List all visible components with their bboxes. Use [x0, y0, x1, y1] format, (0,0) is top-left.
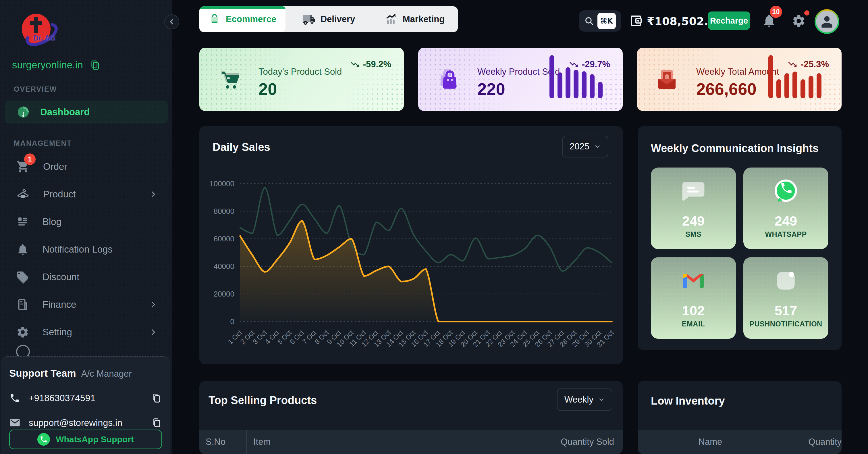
keyboard-shortcut: ⌘K [597, 13, 616, 29]
chevron-left-icon [168, 18, 176, 26]
support-panel: Support Team A/c Manager +918630374591 s… [1, 356, 170, 454]
gmail-icon [680, 268, 707, 294]
chevron-down-icon [598, 396, 605, 403]
wallet-icon [629, 14, 643, 28]
svg-text:20000: 20000 [214, 290, 235, 298]
sidebar-item-product[interactable]: Product [0, 180, 172, 208]
stat-card-weekly-product-sold: Weekly Product Sold 220 -29.7% [418, 48, 623, 111]
stat-title: Weekly Total Amount [696, 67, 779, 77]
trend-down-icon [350, 59, 360, 69]
stat-card-todays-product-sold: Today's Product Sold 20 -59.2% [199, 48, 404, 111]
sms-icon [680, 178, 707, 204]
finance-icon [16, 298, 29, 311]
sidebar: Dr. AG surgeryonline.in OVERVIEW Dashboa… [0, 0, 172, 454]
user-avatar[interactable] [814, 9, 839, 34]
whatsapp-support-label: WhatsApp Support [56, 434, 134, 444]
section-label-overview: OVERVIEW [14, 85, 57, 93]
stat-value: 220 [477, 79, 505, 98]
tab-ecommerce[interactable]: Ecommerce [199, 6, 285, 32]
notifications-button[interactable]: 10 [762, 13, 777, 28]
section-label-management: MANAGEMENT [14, 139, 72, 147]
support-subtitle: A/c Manager [81, 369, 132, 379]
sidebar-item-label: Finance [42, 299, 76, 310]
range-select-value: Weekly [564, 395, 593, 405]
sidebar-menu: 1 Order Product Blog Notification Logs D… [0, 153, 172, 346]
sidebar-item-setting[interactable]: Setting [0, 319, 172, 346]
truck-icon [302, 13, 315, 26]
stat-trend: -59.2% [350, 59, 391, 69]
column-header-name: Name [692, 430, 802, 454]
copy-phone-icon[interactable] [151, 393, 162, 403]
sidebar-item-label: Notification Logs [42, 244, 113, 255]
sidebar-item-order[interactable]: 1 Order [0, 153, 172, 180]
copy-domain-icon[interactable] [89, 59, 101, 71]
cart-icon [215, 65, 243, 93]
sidebar-item-dashboard[interactable]: Dashboard [5, 100, 168, 124]
tab-label: Ecommerce [226, 14, 276, 24]
support-phone: +918630374591 [29, 393, 143, 403]
svg-text:40000: 40000 [214, 262, 235, 271]
discount-tag-icon [16, 270, 29, 283]
gauge-icon [17, 105, 30, 119]
person-icon [819, 13, 835, 30]
top-selling-table-header: S.No Item Quantity Sold [199, 430, 623, 454]
support-email: support@storewings.in [29, 418, 143, 428]
insight-label: WHATSAPP [743, 230, 828, 239]
gear-icon [16, 326, 29, 339]
chevron-right-icon [149, 300, 157, 309]
brand-logo: Dr. AG [22, 14, 59, 48]
recharge-button[interactable]: Recharge [708, 11, 750, 30]
stat-value: 266,660 [696, 79, 756, 98]
bell-icon [16, 243, 29, 256]
insight-value: 102 [651, 303, 736, 319]
column-header-quantity-sold: Quantity Sold [554, 430, 623, 454]
insight-value: 249 [651, 213, 736, 229]
stat-card-weekly-total-amount: Weekly Total Amount 266,660 -25.3% [637, 48, 842, 111]
svg-text:4 Oct: 4 Oct [264, 328, 281, 346]
copy-email-icon[interactable] [151, 417, 162, 428]
tab-delivery[interactable]: Delivery [285, 6, 372, 32]
insight-tile-email: 102 EMAIL [651, 257, 736, 339]
tab-marketing[interactable]: Marketing [372, 6, 458, 32]
low-inventory-card: Low Inventory Name Quantity [638, 381, 842, 454]
sidebar-item-notification-logs[interactable]: Notification Logs [0, 236, 172, 263]
store-domain: surgeryonline.in [12, 59, 83, 71]
sidebar-collapse-button[interactable] [164, 14, 179, 29]
settings-button[interactable] [792, 14, 806, 28]
whatsapp-support-button[interactable]: WhatsApp Support [9, 430, 162, 449]
low-inventory-title: Low Inventory [651, 395, 725, 407]
search-button[interactable]: ⌘K [579, 10, 621, 32]
blog-icon [16, 215, 29, 229]
column-header-image [638, 430, 692, 454]
column-header-sno: S.No [199, 430, 246, 454]
insight-tile-sms: 249 SMS [651, 168, 736, 249]
logo-cross-icon-bar [30, 21, 42, 25]
sidebar-item-label: Dashboard [40, 107, 90, 118]
svg-text:8 Oct: 8 Oct [313, 328, 330, 346]
module-tabs: Ecommerce Delivery Marketing [199, 6, 458, 32]
support-phone-row: +918630374591 [9, 392, 162, 404]
sidebar-item-blog[interactable]: Blog [0, 208, 172, 236]
order-count-badge: 1 [24, 153, 36, 165]
insight-value: 517 [743, 303, 828, 319]
range-select[interactable]: Weekly [557, 389, 612, 411]
daily-sales-card: Daily Sales 2025 02000040000600008000010… [199, 126, 623, 364]
sidebar-item-label: Blog [42, 216, 61, 227]
top-selling-title: Top Selling Products [209, 394, 317, 406]
tab-label: Delivery [320, 14, 355, 24]
phone-icon [9, 392, 21, 404]
sidebar-item-discount[interactable]: Discount [0, 263, 172, 291]
push-notification-icon [773, 268, 799, 294]
support-title: Support Team [9, 367, 76, 379]
insight-tile-whatsapp: 249 WHATSAPP [743, 168, 828, 249]
sidebar-item-finance[interactable]: Finance [0, 291, 172, 319]
svg-text:3 Oct: 3 Oct [251, 328, 268, 346]
column-header-item: Item [246, 430, 554, 454]
svg-text:100000: 100000 [209, 179, 235, 188]
mini-bar-chart [768, 55, 822, 98]
settings-alert-dot [804, 10, 809, 16]
insight-label: EMAIL [651, 320, 736, 328]
marketing-chart-icon [385, 13, 398, 26]
money-envelope-icon [653, 65, 681, 93]
mini-bar-chart [550, 55, 602, 98]
